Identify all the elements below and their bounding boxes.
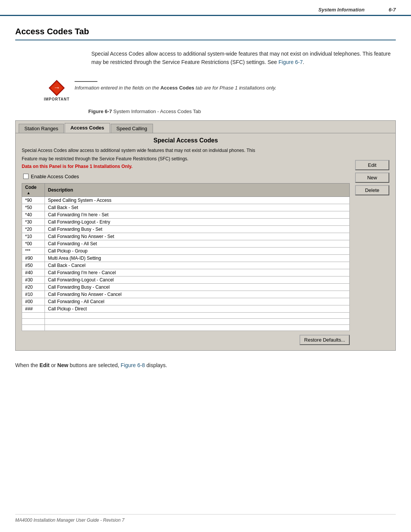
important-line-decoration	[75, 81, 97, 82]
table-cell-desc: Call Forwarding Busy - Cancel	[45, 283, 350, 291]
table-cell-code: *10	[22, 233, 45, 240]
important-icon-container: → IMPORTANT	[46, 80, 68, 102]
table-cell-code: #40	[22, 269, 45, 276]
table-cell-desc: Call Back - Set	[45, 204, 350, 211]
restore-row: Restore Defaults...	[22, 335, 350, 345]
table-cell-code: #00	[22, 298, 45, 305]
table-row[interactable]: *40Call Forwarding I'm here - Set	[22, 211, 350, 218]
table-cell-code: *20	[22, 225, 45, 233]
table-row[interactable]: #10Call Forwarding No Answer - Cancel	[22, 291, 350, 298]
delete-button[interactable]: Delete	[355, 185, 389, 195]
table-row[interactable]: *90Speed Calling System - Access	[22, 197, 350, 204]
new-button[interactable]: New	[355, 173, 389, 183]
ui-panel: Station Ranges Access Codes Speed Callin…	[15, 120, 396, 351]
page-number: 6-7	[389, 7, 396, 13]
table-cell-code: *00	[22, 240, 45, 247]
table-row[interactable]	[22, 324, 350, 331]
important-label: IMPORTANT	[44, 97, 70, 101]
panel-main: Special Access Codes Special Access Code…	[22, 137, 350, 345]
table-cell-desc: Call Forwarding Busy - Set	[45, 225, 350, 233]
table-cell-code	[22, 318, 45, 324]
table-cell-desc: Call Back - Cancel	[45, 262, 350, 269]
table-cell-desc: Call Forwarding I'm here - Set	[45, 211, 350, 218]
table-row[interactable]	[22, 312, 350, 318]
important-note: Information entered in the fields on the…	[75, 84, 276, 92]
table-cell-desc: Call Pickup - Direct	[45, 305, 350, 312]
table-cell-desc	[45, 324, 350, 331]
table-row[interactable]: *10Call Forwarding No Answer - Set	[22, 233, 350, 240]
table-cell-code: ###	[22, 305, 45, 312]
table-cell-code: #50	[22, 262, 45, 269]
restore-defaults-button[interactable]: Restore Defaults...	[299, 335, 350, 345]
figure-6-8-link[interactable]: Figure 6-8	[121, 362, 145, 368]
table-cell-desc: Speed Calling System - Access	[45, 197, 350, 204]
table-cell-code: *50	[22, 204, 45, 211]
tabs-row: Station Ranges Access Codes Speed Callin…	[16, 121, 395, 133]
important-diamond-icon: →	[48, 80, 65, 96]
table-row[interactable]: #50Call Back - Cancel	[22, 262, 350, 269]
panel-content: Special Access Codes Special Access Code…	[16, 133, 395, 350]
enable-access-codes-row: Enable Access Codes	[23, 174, 350, 179]
sort-arrow-icon: ▲	[27, 191, 30, 195]
table-cell-desc: Call Forwarding No Answer - Cancel	[45, 291, 350, 298]
enable-access-codes-label: Enable Access Codes	[31, 174, 79, 179]
table-row[interactable]: ###Call Pickup - Direct	[22, 305, 350, 312]
table-cell-desc: Call Forwarding - All Set	[45, 240, 350, 247]
tab-access-codes[interactable]: Access Codes	[65, 123, 110, 133]
table-row[interactable]: #20Call Forwarding Busy - Cancel	[22, 283, 350, 291]
tab-station-ranges[interactable]: Station Ranges	[19, 124, 64, 133]
table-cell-desc: Call Forwarding - All Cancel	[45, 298, 350, 305]
panel-warning: Data on this Panel is for Phase 1 Instal…	[22, 164, 350, 169]
table-row[interactable]: #90Multi Area (MA-ID) Setting	[22, 254, 350, 262]
edit-button[interactable]: Edit	[355, 160, 389, 170]
table-row[interactable]: #30Call Forwarding-Logout - Cancel	[22, 276, 350, 283]
table-cell-code: #10	[22, 291, 45, 298]
table-cell-desc: Call Forwarding No Answer - Set	[45, 233, 350, 240]
panel-buttons: Edit New Delete	[355, 137, 389, 345]
col-header-code: Code ▲	[22, 183, 45, 197]
panel-desc-line1: Special Access Codes allow access to add…	[22, 147, 350, 154]
table-row[interactable]	[22, 318, 350, 324]
table-cell-code: #90	[22, 254, 45, 262]
figure-caption: Figure 6-7 System Information - Access C…	[46, 109, 244, 114]
figure-6-7-link[interactable]: Figure 6-7	[279, 59, 303, 65]
col-header-desc: Description	[45, 183, 350, 197]
table-row[interactable]: #40Call Forwarding I'm here - Cancel	[22, 269, 350, 276]
table-cell-desc: Call Forwarding-Logout - Entry	[45, 218, 350, 225]
table-row[interactable]: #00Call Forwarding - All Cancel	[22, 298, 350, 305]
table-cell-code: #30	[22, 276, 45, 283]
intro-block: Special Access Codes allow access to add…	[91, 50, 396, 72]
section-title: Access Codes Tab	[15, 27, 396, 40]
table-cell-desc	[45, 312, 350, 318]
table-row[interactable]: ***Call Pickup - Group	[22, 247, 350, 254]
page-footer: MA4000 Installation Manager User Guide -…	[15, 514, 396, 523]
enable-access-codes-checkbox[interactable]	[23, 174, 29, 179]
table-cell-code: #20	[22, 283, 45, 291]
table-cell-desc: Call Forwarding-Logout - Cancel	[45, 276, 350, 283]
codes-table: Code ▲ Description *90Speed Calling Syst…	[22, 183, 350, 331]
header-text: System Information 6-7	[311, 7, 396, 13]
page-header: System Information 6-7	[0, 0, 411, 16]
table-cell-code: *30	[22, 218, 45, 225]
table-cell-code: ***	[22, 247, 45, 254]
intro-text: Special Access Codes allow access to add…	[91, 50, 396, 67]
table-row[interactable]: *30Call Forwarding-Logout - Entry	[22, 218, 350, 225]
section-label: System Information	[319, 7, 365, 13]
table-cell-code	[22, 324, 45, 331]
table-cell-desc: Multi Area (MA-ID) Setting	[45, 254, 350, 262]
table-row[interactable]: *20Call Forwarding Busy - Set	[22, 225, 350, 233]
important-block: → IMPORTANT Information entered in the f…	[46, 80, 396, 102]
bottom-text: When the Edit or New buttons are selecte…	[15, 362, 396, 368]
table-cell-code: *90	[22, 197, 45, 204]
table-cell-code	[22, 312, 45, 318]
important-text-area: Information entered in the fields on the…	[75, 80, 276, 92]
footer-left: MA4000 Installation Manager User Guide -…	[15, 518, 124, 523]
table-cell-code: *40	[22, 211, 45, 218]
table-cell-desc	[45, 318, 350, 324]
panel-title: Special Access Codes	[22, 137, 350, 144]
table-row[interactable]: *00Call Forwarding - All Set	[22, 240, 350, 247]
tab-speed-calling[interactable]: Speed Calling	[111, 124, 153, 133]
table-cell-desc: Call Pickup - Group	[45, 247, 350, 254]
panel-desc-line2: Feature may be restricted through the Se…	[22, 155, 350, 162]
table-row[interactable]: *50Call Back - Set	[22, 204, 350, 211]
